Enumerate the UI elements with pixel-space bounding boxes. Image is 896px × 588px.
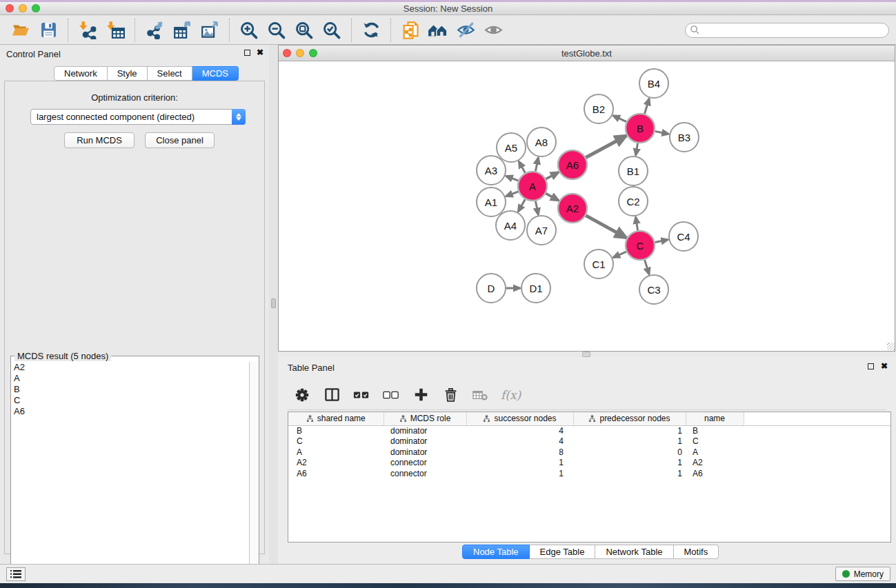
graph-node-C[interactable]: C	[626, 231, 655, 260]
open-session-button[interactable]	[10, 19, 32, 41]
tab-network-table[interactable]: Network Table	[595, 545, 673, 559]
column-header-name[interactable]: name	[686, 412, 744, 425]
show-columns-button[interactable]	[323, 386, 341, 404]
import-network-button[interactable]	[77, 19, 99, 41]
graph-node-B[interactable]: B	[626, 114, 655, 143]
deselect-all-button[interactable]	[382, 386, 400, 404]
cell[interactable]: dominator	[384, 436, 466, 447]
cell[interactable]: B	[686, 425, 744, 436]
tab-select[interactable]: Select	[148, 66, 192, 81]
network-window-resize-grip[interactable]	[887, 343, 895, 350]
graph-edge-A-A6[interactable]	[546, 172, 558, 179]
cell[interactable]: A6	[288, 469, 384, 480]
result-item-a[interactable]: A	[11, 373, 249, 384]
network-zoom-button[interactable]	[309, 49, 317, 57]
cell[interactable]: 0	[573, 447, 686, 458]
graph-node-A8[interactable]: A8	[527, 128, 556, 156]
network-close-button[interactable]	[283, 49, 291, 57]
hide-selected-button[interactable]	[455, 19, 477, 41]
first-neighbors-button[interactable]	[427, 19, 449, 41]
refresh-view-button[interactable]	[360, 19, 382, 41]
float-table-panel-icon[interactable]	[868, 363, 874, 369]
graph-node-A[interactable]: A	[518, 172, 547, 201]
result-item-b[interactable]: B	[11, 384, 249, 395]
zoom-in-button[interactable]	[238, 19, 260, 41]
export-network-button[interactable]	[143, 19, 166, 41]
graph-node-D1[interactable]: D1	[521, 274, 550, 303]
close-table-panel-icon[interactable]: ✖	[881, 363, 888, 369]
import-table-button[interactable]	[104, 19, 126, 41]
task-history-button[interactable]	[6, 567, 26, 581]
graph-edge-B-B2[interactable]	[613, 116, 626, 122]
close-panel-icon[interactable]: ✖	[257, 49, 263, 56]
graph-node-B3[interactable]: B3	[670, 123, 699, 152]
result-item-a2[interactable]: A2	[11, 362, 249, 373]
graph-edge-B-B4[interactable]	[644, 99, 649, 114]
close-panel-button[interactable]: Close panel	[145, 132, 215, 148]
graph-edge-B-B1[interactable]	[636, 143, 638, 156]
graph-node-A4[interactable]: A4	[496, 211, 525, 240]
graph-edge-B-B3[interactable]	[655, 131, 669, 134]
graph-node-A7[interactable]: A7	[527, 216, 556, 245]
zoom-fit-button[interactable]	[293, 19, 315, 41]
cell[interactable]: dominator	[384, 425, 466, 436]
new-network-from-selection-button[interactable]	[399, 19, 421, 41]
graph-node-D[interactable]: D	[477, 274, 506, 303]
cell[interactable]: dominator	[384, 447, 466, 458]
graph-edge-A-A7[interactable]	[535, 201, 538, 215]
tab-edge-table[interactable]: Edge Table	[530, 545, 596, 559]
cell[interactable]: A2	[686, 458, 744, 469]
run-mcds-button[interactable]: Run MCDS	[64, 132, 135, 148]
horizontal-splitter-handle[interactable]	[582, 352, 590, 357]
minimize-window-button[interactable]	[19, 4, 27, 12]
column-header-mcds-role[interactable]: MCDS role	[384, 412, 466, 425]
cell[interactable]: connector	[384, 458, 466, 469]
graph-node-B4[interactable]: B4	[639, 69, 668, 98]
cell[interactable]: A2	[288, 458, 384, 469]
graph-edge-A-A3[interactable]	[506, 176, 518, 181]
delete-table-button[interactable]	[471, 386, 489, 404]
show-all-button[interactable]	[482, 19, 504, 41]
zoom-selected-button[interactable]	[321, 19, 343, 41]
graph-edge-A2-C[interactable]	[586, 216, 626, 238]
column-header-shared-name[interactable]: shared name	[288, 412, 384, 425]
graph-node-A1[interactable]: A1	[477, 187, 506, 216]
graph-node-C1[interactable]: C1	[584, 250, 613, 278]
cell[interactable]: 1	[466, 469, 573, 480]
graph-edge-C-C3[interactable]	[645, 260, 650, 274]
export-image-button[interactable]	[199, 19, 221, 41]
result-item-a6[interactable]: A6	[11, 406, 249, 417]
vertical-splitter[interactable]	[269, 45, 278, 564]
graph-node-B2[interactable]: B2	[584, 94, 613, 123]
tab-mcds[interactable]: MCDS	[192, 66, 239, 81]
cell[interactable]: 8	[466, 447, 573, 458]
graph-node-C3[interactable]: C3	[639, 275, 668, 304]
close-window-button[interactable]	[6, 4, 14, 12]
graph-edge-C-C4[interactable]	[655, 240, 668, 243]
table-settings-button[interactable]	[293, 386, 311, 404]
graph-edge-A-A4[interactable]	[518, 199, 525, 212]
graph-edge-A-A2[interactable]	[546, 194, 559, 201]
cell[interactable]: 1	[573, 425, 686, 436]
cell[interactable]: A	[686, 447, 744, 458]
cell[interactable]: C	[686, 436, 744, 447]
tab-motifs[interactable]: Motifs	[674, 545, 719, 559]
cell[interactable]: 1	[573, 458, 686, 469]
memory-button[interactable]: Memory	[835, 567, 890, 581]
export-table-button[interactable]	[171, 19, 193, 41]
criterion-select[interactable]: largest connected component (directed)	[30, 109, 246, 125]
column-header-successor-nodes[interactable]: successor nodes	[466, 412, 573, 425]
cell[interactable]: C	[288, 436, 384, 447]
graph-edge-C-C2[interactable]	[636, 217, 638, 231]
zoom-out-button[interactable]	[266, 19, 288, 41]
graph-edge-A-A1[interactable]	[506, 192, 518, 196]
search-field[interactable]	[685, 23, 889, 38]
graph-node-A2[interactable]: A2	[558, 194, 587, 223]
cell[interactable]: connector	[384, 469, 466, 480]
graph-edge-C-C1[interactable]	[613, 252, 626, 258]
result-item-c[interactable]: C	[11, 395, 249, 406]
cell[interactable]: A6	[686, 469, 744, 480]
tab-network[interactable]: Network	[54, 66, 108, 81]
graph-node-A6[interactable]: A6	[558, 150, 587, 179]
table-row-c[interactable]: Cdominator41C	[288, 436, 890, 447]
